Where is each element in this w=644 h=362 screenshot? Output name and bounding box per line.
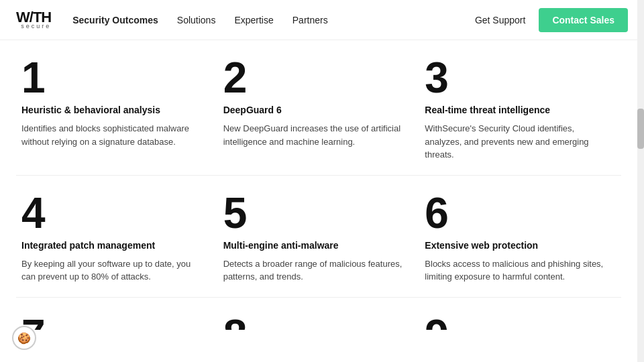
feature-title-3: Real-time threat intelligence — [425, 105, 608, 115]
main-content: 1 Heuristic & behavioral analysis Identi… — [0, 40, 644, 330]
feature-title-2: DeepGuard 6 — [223, 105, 407, 115]
feature-title-6: Extensive web protection — [425, 240, 608, 251]
header-actions: Get Support Contact Sales — [475, 8, 628, 32]
scrollbar-thumb[interactable] — [637, 109, 644, 149]
feature-1: 1 Heuristic & behavioral analysis Identi… — [16, 40, 218, 176]
feature-desc-4: By keeping all your software up to date,… — [21, 257, 205, 284]
feature-number-1: 1 — [21, 56, 205, 99]
feature-9: 9 — [419, 298, 621, 330]
feature-number-8: 8 — [223, 314, 407, 330]
feature-number-3: 3 — [425, 56, 608, 99]
feature-desc-1: Identifies and blocks sophisticated malw… — [21, 122, 205, 148]
feature-desc-5: Detects a broader range of malicious fea… — [223, 257, 407, 284]
feature-desc-6: Blocks access to malicious and phishing … — [425, 257, 608, 284]
feature-number-9: 9 — [425, 314, 608, 330]
cookie-icon: 🍪 — [17, 332, 31, 345]
nav-expertise[interactable]: Expertise — [234, 15, 273, 25]
feature-title-1: Heuristic & behavioral analysis — [21, 105, 205, 115]
feature-3: 3 Real-time threat intelligence WithSecu… — [419, 40, 621, 176]
get-support-link[interactable]: Get Support — [475, 15, 526, 25]
feature-2: 2 DeepGuard 6 New DeepGuard increases th… — [218, 40, 420, 176]
feature-5: 5 Multi-engine anti-malware Detects a br… — [218, 176, 420, 298]
feature-7: 7 — [16, 298, 218, 330]
feature-4: 4 Integrated patch management By keeping… — [16, 176, 218, 298]
contact-sales-button[interactable]: Contact Sales — [539, 8, 628, 32]
main-nav: Security Outcomes Solutions Expertise Pa… — [72, 15, 475, 25]
feature-desc-2: New DeepGuard increases the use of artif… — [223, 122, 407, 148]
features-grid: 1 Heuristic & behavioral analysis Identi… — [16, 40, 621, 330]
feature-6: 6 Extensive web protection Blocks access… — [419, 176, 621, 298]
cookie-consent-button[interactable]: 🍪 — [12, 326, 36, 350]
nav-security-outcomes[interactable]: Security Outcomes — [72, 15, 158, 25]
nav-partners[interactable]: Partners — [292, 15, 328, 25]
logo-sub: secure — [16, 23, 51, 29]
logo: W/TH secure — [16, 10, 51, 29]
feature-number-7: 7 — [21, 314, 205, 330]
feature-8: 8 — [218, 298, 420, 330]
feature-title-5: Multi-engine anti-malware — [223, 240, 407, 251]
feature-desc-3: WithSecure's Security Cloud identifies, … — [425, 122, 608, 162]
feature-number-5: 5 — [223, 192, 407, 235]
feature-title-4: Integrated patch management — [21, 240, 205, 251]
feature-number-2: 2 — [223, 56, 407, 99]
feature-number-4: 4 — [21, 192, 205, 235]
nav-solutions[interactable]: Solutions — [177, 15, 216, 25]
site-header: W/TH secure Security Outcomes Solutions … — [0, 0, 644, 40]
feature-number-6: 6 — [425, 192, 608, 235]
scrollbar[interactable] — [637, 0, 644, 362]
